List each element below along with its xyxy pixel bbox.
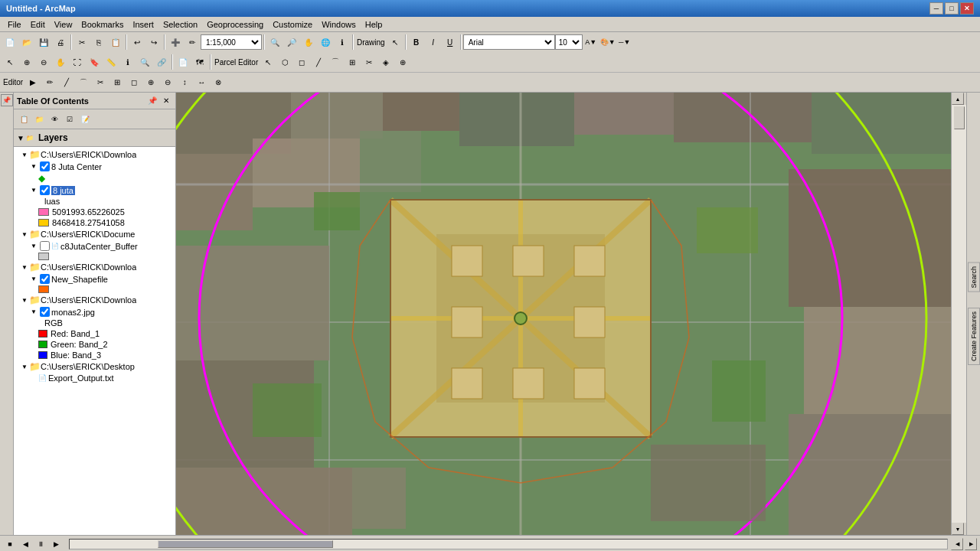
- editor-tool-1[interactable]: ▶: [24, 74, 41, 91]
- menu-view[interactable]: View: [50, 18, 77, 31]
- expand-icon-4[interactable]: ▼: [20, 295, 29, 305]
- editor-tool-2[interactable]: ✏: [41, 74, 58, 91]
- close-button[interactable]: ✕: [960, 2, 974, 15]
- layer-new-shapefile[interactable]: ▼ New_Shapefile: [14, 273, 175, 285]
- parcel-tool-3[interactable]: ╱: [310, 54, 327, 70]
- editor-tool-3[interactable]: ╱: [58, 74, 75, 91]
- parcel-tool-7[interactable]: ◈: [377, 54, 394, 70]
- menu-bookmarks[interactable]: Bookmarks: [77, 18, 128, 31]
- playback-prev[interactable]: ◀: [18, 537, 32, 551]
- parcel-tool-8[interactable]: ⊕: [394, 54, 411, 70]
- checkbox-8juta[interactable]: [40, 185, 50, 195]
- editor-tool-7[interactable]: ◻: [126, 74, 142, 91]
- toc-source-btn[interactable]: 📁: [32, 112, 46, 126]
- layer-buffer[interactable]: ▼ 📄 c8JutaCenter_Buffer: [14, 240, 175, 252]
- layers-tree[interactable]: ▼ 📁 C:\Users\ERICK\Downloa ▼ 8 Juta Cent…: [14, 147, 175, 535]
- group-folder-3[interactable]: ▼ 📁 C:\Users\ERICK\Downloa: [14, 261, 175, 273]
- scroll-right-button[interactable]: ▶: [965, 538, 977, 550]
- expand-layers-icon[interactable]: ▼: [17, 134, 24, 142]
- editor-tool-6[interactable]: ⊞: [109, 74, 126, 91]
- map-area[interactable]: [176, 93, 951, 535]
- measure-tool[interactable]: 📏: [103, 54, 119, 70]
- expand-icon-monas[interactable]: ▼: [29, 308, 38, 317]
- toc-description-btn[interactable]: 📝: [78, 112, 92, 126]
- parcel-tool-5[interactable]: ⊞: [344, 54, 361, 70]
- scroll-thumb[interactable]: [954, 106, 965, 129]
- new-button[interactable]: 📄: [2, 34, 18, 51]
- layout-view-button[interactable]: 📄: [175, 54, 191, 70]
- zoom-in-tool[interactable]: ⊕: [18, 54, 35, 70]
- layer-monas[interactable]: ▼ monas2.jpg: [14, 306, 175, 318]
- redo-button[interactable]: ↪: [145, 34, 162, 51]
- expand-icon-2[interactable]: ▼: [20, 230, 29, 239]
- layer-8juta-center[interactable]: ▼ 8 Juta Center: [14, 161, 175, 172]
- menu-windows[interactable]: Windows: [317, 18, 361, 31]
- full-extent-button[interactable]: 🌐: [317, 34, 334, 51]
- menu-help[interactable]: Help: [361, 18, 387, 31]
- playback-play[interactable]: ▶: [49, 537, 63, 551]
- expand-icon-3[interactable]: ▼: [20, 262, 29, 272]
- zoom-in-button[interactable]: 🔍: [266, 34, 283, 51]
- underline-button[interactable]: U: [442, 34, 459, 51]
- search-tab[interactable]: Search: [968, 262, 980, 292]
- maximize-button[interactable]: □: [945, 2, 959, 15]
- editor-tool-4[interactable]: ⌒: [75, 74, 92, 91]
- expand-icon-8juta[interactable]: ▼: [29, 186, 38, 195]
- cut-button[interactable]: ✂: [74, 34, 90, 51]
- checkbox-8juta-center[interactable]: [40, 161, 50, 171]
- hyperlink-tool[interactable]: 🔗: [153, 54, 170, 70]
- toc-visibility-btn[interactable]: 👁: [47, 112, 61, 126]
- bold-button[interactable]: B: [408, 34, 425, 51]
- create-features-tab[interactable]: Create Features: [968, 308, 980, 365]
- font-size-select[interactable]: 10: [555, 34, 583, 50]
- checkbox-monas[interactable]: [40, 307, 50, 317]
- toc-selection-btn[interactable]: ☑: [63, 112, 77, 126]
- select-elements-button[interactable]: ↖: [387, 34, 403, 51]
- expand-icon-buffer[interactable]: ▼: [29, 242, 38, 251]
- full-extent-tool[interactable]: ⛶: [69, 54, 86, 70]
- pan-button[interactable]: ✋: [300, 34, 317, 51]
- group-folder-2[interactable]: ▼ 📁 C:\Users\ERICK\Docume: [14, 228, 175, 240]
- parcel-tool-6[interactable]: ✂: [361, 54, 377, 70]
- bookmarks-tool[interactable]: 🔖: [86, 54, 103, 70]
- horizontal-scrollbar[interactable]: [69, 539, 948, 549]
- fill-color-button[interactable]: 🎨▼: [599, 34, 616, 51]
- pan-tool[interactable]: ✋: [52, 54, 69, 70]
- scroll-left-button[interactable]: ◀: [951, 538, 963, 550]
- playback-stop[interactable]: ■: [3, 537, 17, 551]
- group-folder-5[interactable]: ▼ 📁 C:\Users\ERICK\Desktop: [14, 360, 175, 373]
- menu-insert[interactable]: Insert: [128, 18, 158, 31]
- editor-toolbar-btn[interactable]: ✏: [184, 34, 201, 51]
- parcel-tool-4[interactable]: ⌒: [327, 54, 344, 70]
- minimize-button[interactable]: ─: [929, 2, 943, 15]
- copy-button[interactable]: ⎘: [90, 34, 107, 51]
- menu-selection[interactable]: Selection: [158, 18, 202, 31]
- toc-list-btn[interactable]: 📋: [17, 112, 31, 126]
- save-button[interactable]: 💾: [35, 34, 52, 51]
- menu-edit[interactable]: Edit: [26, 18, 50, 31]
- layer-8juta[interactable]: ▼ 8 juta: [14, 184, 175, 196]
- font-select[interactable]: Arial: [463, 34, 555, 50]
- italic-button[interactable]: I: [425, 34, 442, 51]
- checkbox-shapefile[interactable]: [40, 274, 50, 284]
- group-folder-1[interactable]: ▼ 📁 C:\Users\ERICK\Downloa: [14, 148, 175, 161]
- editor-tool-12[interactable]: ⊗: [210, 74, 227, 91]
- select-tool[interactable]: ↖: [2, 54, 18, 70]
- expand-icon-shapefile[interactable]: ▼: [29, 275, 38, 284]
- menu-geoprocessing[interactable]: Geoprocessing: [202, 18, 268, 31]
- toc-pin-btn[interactable]: 📌: [1, 94, 13, 106]
- group-folder-4[interactable]: ▼ 📁 C:\Users\ERICK\Downloa: [14, 294, 175, 306]
- menu-file[interactable]: File: [3, 18, 26, 31]
- checkbox-buffer[interactable]: [40, 241, 50, 251]
- playback-pause[interactable]: ⏸: [34, 537, 47, 551]
- toc-close-icon[interactable]: ✕: [160, 95, 172, 107]
- editor-tool-5[interactable]: ✂: [92, 74, 109, 91]
- scale-select[interactable]: 1:15,000: [201, 34, 262, 50]
- scroll-down-button[interactable]: ▼: [952, 523, 964, 535]
- data-view-button[interactable]: 🗺: [191, 54, 208, 70]
- font-color-button[interactable]: A▼: [583, 34, 599, 51]
- parcel-select[interactable]: ↖: [260, 54, 276, 70]
- add-data-button[interactable]: ➕: [167, 34, 184, 51]
- line-color-button[interactable]: ─▼: [616, 34, 633, 51]
- zoom-out-tool[interactable]: ⊖: [35, 54, 52, 70]
